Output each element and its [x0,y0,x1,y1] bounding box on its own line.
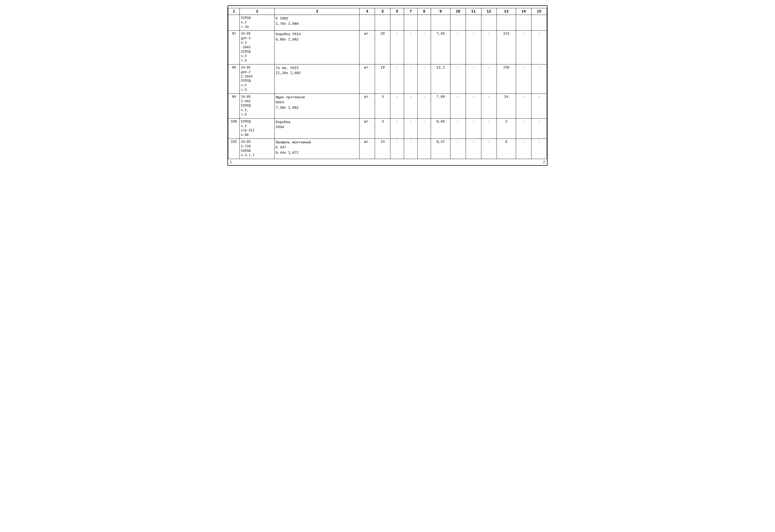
col-header-4: 4 [360,8,375,15]
col-header-13: 13 [496,8,516,15]
col-header-7: 7 [404,8,418,15]
col-header-15: 15 [531,8,547,15]
col-header-2: 2 [240,8,275,15]
col-header-14: 14 [516,8,531,15]
col-header-8: 8 [417,8,431,15]
col-header-10: 10 [450,8,466,15]
main-table: 1 2 3 4 5 6 7 8 9 10 11 12 13 14 15 ССРС… [228,8,547,159]
page-footer: L J [228,159,547,165]
table-row: 9924-05I-942ССРСШч.У,т.5Ящик протяжнойК6… [228,94,547,118]
footer-left: L [230,160,232,164]
page-header [228,6,547,8]
col-header-1: 1 [228,8,240,15]
table-row: I00ССРСШч.Устр.2I2п.80Коробка У994шт.3--… [228,118,547,139]
col-header-12: 12 [481,8,496,15]
footer-right: J [543,160,545,164]
table-header-row: 1 2 3 4 5 6 7 8 9 10 11 12 13 14 15 [228,8,547,15]
col-header-3: 3 [275,8,360,15]
col-header-6: 6 [390,8,404,15]
col-header-9: 9 [431,8,450,15]
table-row: ССРСШч.Ут.IOК I082I,70x I,089 [228,15,547,31]
page-container: 1 2 3 4 5 6 7 8 9 10 11 12 13 14 15 ССРС… [228,5,547,166]
col-header-5: 5 [375,8,390,15]
table-row: 9724-05доп.2п.I--I043ССРСШч.Ут.5Коробка … [228,31,547,64]
table-row: 9824-05доп.2I-I044ССРСШч.Ут.5То же, У6I5… [228,64,547,94]
col-header-11: 11 [466,8,481,15]
table-row: IOI24-05I-720ССРСШч.У,т.7Профиль монтажн… [228,139,547,159]
